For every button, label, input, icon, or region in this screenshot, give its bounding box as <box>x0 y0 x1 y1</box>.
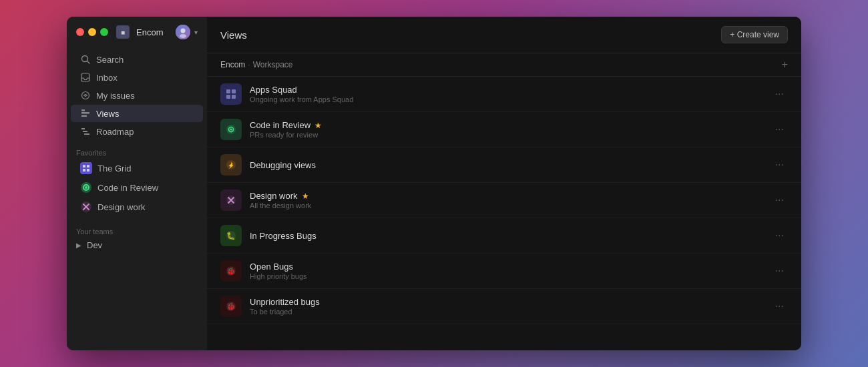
view-name: Apps Squad <box>250 85 771 95</box>
breadcrumb: Encom · Workspace <box>220 60 293 69</box>
inbox-icon <box>80 72 91 83</box>
design-work-label: Design work <box>97 202 146 212</box>
breadcrumb-workspace[interactable]: Encom <box>220 60 245 69</box>
svg-text:🐛: 🐛 <box>226 231 236 240</box>
view-name: In Progress Bugs <box>250 231 771 241</box>
maximize-button[interactable] <box>100 28 108 36</box>
svg-rect-16 <box>83 169 85 171</box>
sidebar: ■ Encom ▾ <box>67 17 207 350</box>
avatar[interactable] <box>176 25 190 39</box>
svg-rect-10 <box>81 115 87 117</box>
view-name: Unprioritized bugs <box>250 297 771 307</box>
view-item-in-progress-bugs[interactable]: 🐛 In Progress Bugs ··· <box>207 218 801 254</box>
sidebar-item-roadmap[interactable]: Roadmap <box>71 123 203 140</box>
view-item-unprioritized-bugs[interactable]: 🐞 Unprioritized bugs To be triaged ··· <box>207 289 801 324</box>
svg-rect-5 <box>81 73 89 81</box>
inbox-label: Inbox <box>96 73 118 83</box>
sidebar-item-code-in-review[interactable]: Code in Review <box>71 178 203 197</box>
view-item-debugging-views[interactable]: ⚡ Debugging views ··· <box>207 147 801 183</box>
svg-text:🐞: 🐞 <box>226 302 236 311</box>
sidebar-item-search[interactable]: Search <box>71 51 203 68</box>
svg-point-7 <box>85 95 87 97</box>
view-icon <box>220 190 242 211</box>
more-options-button[interactable]: ··· <box>771 87 788 101</box>
view-icon: 🐞 <box>220 296 242 317</box>
view-icon: 🐞 <box>220 260 242 282</box>
favorites-section-label: Favorites <box>67 143 207 158</box>
svg-rect-26 <box>226 95 230 99</box>
view-info: Code in Review★ PRs ready for review <box>250 120 771 139</box>
more-options-button[interactable]: ··· <box>771 299 788 314</box>
add-view-icon[interactable]: + <box>782 59 788 71</box>
svg-rect-9 <box>81 112 89 114</box>
svg-point-1 <box>181 29 186 33</box>
more-options-button[interactable]: ··· <box>771 193 788 208</box>
chevron-right-icon: ▶ <box>76 242 81 249</box>
more-options-button[interactable]: ··· <box>771 228 788 243</box>
view-info: Open Bugs High priority bugs <box>250 262 771 280</box>
views-list: Apps Squad Ongoing work from Apps Squad … <box>207 77 801 350</box>
breadcrumb-section: Workspace <box>253 60 293 69</box>
page-title: Views <box>220 29 247 41</box>
view-icon: 🐛 <box>220 225 242 246</box>
svg-rect-13 <box>84 133 89 135</box>
svg-rect-25 <box>232 89 236 93</box>
minimize-button[interactable] <box>88 28 96 36</box>
svg-point-20 <box>85 186 87 189</box>
your-teams-label: Your teams <box>67 222 207 237</box>
the-grid-icon <box>80 162 92 174</box>
sidebar-item-design-work[interactable]: Design work <box>71 198 203 216</box>
view-description: To be triaged <box>250 308 771 316</box>
traffic-lights <box>76 28 108 36</box>
view-description: Ongoing work from Apps Squad <box>250 95 771 103</box>
views-label: Views <box>96 109 119 119</box>
sidebar-item-inbox[interactable]: Inbox <box>71 69 203 86</box>
search-label: Search <box>96 55 124 65</box>
view-info: Debugging views <box>250 160 771 170</box>
dev-team-label: Dev <box>87 240 102 250</box>
svg-rect-14 <box>83 165 85 167</box>
views-icon <box>80 108 91 119</box>
workspace-icon: ■ <box>116 25 130 39</box>
code-in-review-icon <box>80 181 92 194</box>
roadmap-label: Roadmap <box>96 127 134 137</box>
view-item-design-work[interactable]: Design work★ All the design work ··· <box>207 183 801 218</box>
view-description: High priority bugs <box>250 272 771 280</box>
breadcrumb-separator: · <box>248 60 250 69</box>
star-icon: ★ <box>302 192 309 201</box>
view-info: Design work★ All the design work <box>250 191 771 210</box>
view-info: Unprioritized bugs To be triaged <box>250 297 771 316</box>
main-header: Views + Create view <box>207 17 801 53</box>
my-issues-label: My issues <box>96 91 135 101</box>
svg-point-30 <box>230 129 232 131</box>
view-name: Debugging views <box>250 160 771 170</box>
svg-text:⚡: ⚡ <box>228 162 234 169</box>
sidebar-item-my-issues[interactable]: My issues <box>71 87 203 104</box>
the-grid-label: The Grid <box>97 163 132 173</box>
sidebar-item-the-grid[interactable]: The Grid <box>71 159 203 177</box>
titlebar: ■ Encom ▾ <box>67 17 207 47</box>
create-view-button[interactable]: + Create view <box>721 26 788 43</box>
more-options-button[interactable]: ··· <box>771 157 788 172</box>
view-name: Code in Review★ <box>250 120 771 130</box>
my-issues-icon <box>80 90 91 101</box>
workspace-name: Encom <box>136 27 163 37</box>
view-item-apps-squad[interactable]: Apps Squad Ongoing work from Apps Squad … <box>207 77 801 112</box>
chevron-down-icon: ▾ <box>194 29 198 36</box>
svg-rect-17 <box>87 169 89 171</box>
view-item-code-in-review[interactable]: Code in Review★ PRs ready for review ··· <box>207 112 801 147</box>
svg-rect-11 <box>81 128 85 129</box>
code-in-review-label: Code in Review <box>97 183 158 193</box>
sidebar-item-views[interactable]: Views <box>71 105 203 122</box>
favorites-list: The Grid Code in Review <box>67 158 207 217</box>
sidebar-item-dev[interactable]: ▶ Dev <box>67 237 207 254</box>
roadmap-icon <box>80 126 91 137</box>
view-icon <box>220 119 242 140</box>
view-name: Open Bugs <box>250 262 771 272</box>
more-options-button[interactable]: ··· <box>771 264 788 278</box>
view-item-open-bugs[interactable]: 🐞 Open Bugs High priority bugs ··· <box>207 254 801 289</box>
design-work-icon <box>80 201 92 213</box>
more-options-button[interactable]: ··· <box>771 122 788 137</box>
close-button[interactable] <box>76 28 84 36</box>
view-description: All the design work <box>250 202 771 210</box>
